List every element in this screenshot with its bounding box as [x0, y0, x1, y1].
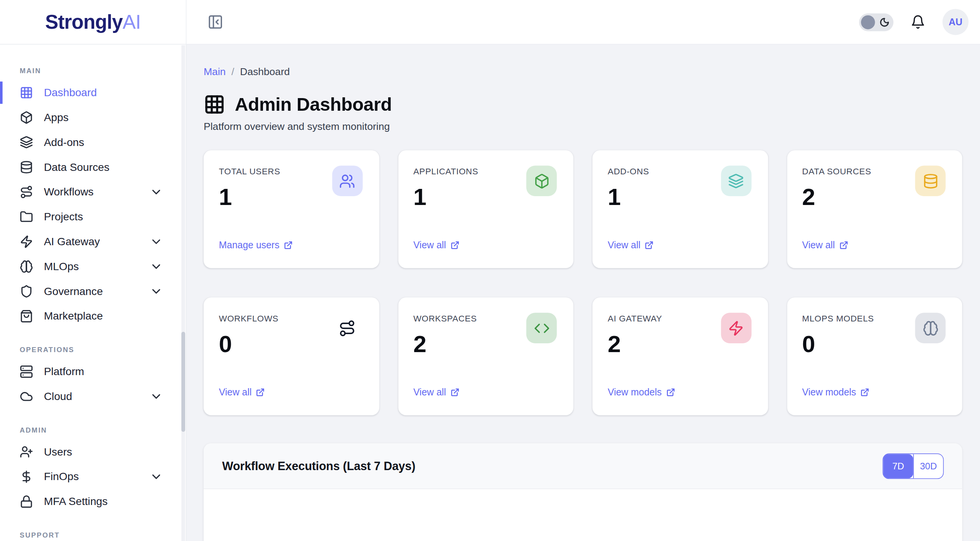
- section-label: ADMIN: [0, 425, 186, 434]
- stat-card-icon-chip: [721, 166, 751, 196]
- stat-card-icon-chip: [721, 313, 751, 343]
- user-plus-icon: [20, 445, 33, 459]
- sidebar-item-label: MFA Settings: [44, 495, 108, 508]
- sidebar-item-label: Projects: [44, 210, 83, 223]
- view-all-workflows-link[interactable]: View all: [219, 387, 265, 397]
- view-models-mlops-link[interactable]: View models: [802, 387, 869, 397]
- stat-card-link-label: View all: [413, 387, 446, 397]
- user-avatar[interactable]: AU: [942, 9, 969, 35]
- external-link-icon: [451, 241, 459, 249]
- chevron-down-icon: [150, 185, 163, 199]
- sidebar-item-label: Cloud: [44, 390, 72, 403]
- server-icon: [20, 365, 33, 379]
- view-all-data-sources-link[interactable]: View all: [802, 239, 848, 250]
- chart-title: Workflow Executions (Last 7 Days): [222, 459, 415, 473]
- sidebar-item-dashboard[interactable]: Dashboard: [0, 80, 186, 105]
- sidebar-scrollbar-thumb[interactable]: [181, 332, 185, 432]
- shield-icon: [20, 285, 33, 298]
- sidebar-item-mfa-settings[interactable]: MFA Settings: [0, 489, 186, 514]
- stat-card-link-label: View all: [219, 387, 252, 397]
- topbar: AU: [186, 0, 980, 44]
- sidebar-item-cloud[interactable]: Cloud: [0, 384, 186, 409]
- sidebar-item-label: Marketplace: [44, 310, 103, 323]
- notifications-button[interactable]: [911, 15, 925, 29]
- external-link-icon: [645, 241, 654, 249]
- manage-users-link[interactable]: Manage users: [219, 239, 293, 250]
- chevron-down-icon: [150, 235, 163, 248]
- folder-icon: [20, 210, 33, 224]
- external-link-icon: [284, 241, 293, 249]
- stat-card-link-label: View models: [608, 387, 662, 397]
- theme-toggle[interactable]: [859, 13, 893, 31]
- panel-left-close-icon: [207, 14, 224, 30]
- sidebar-item-finops[interactable]: FinOps: [0, 464, 186, 489]
- external-link-icon: [256, 388, 265, 397]
- stat-card-link-label: View all: [608, 239, 640, 250]
- sidebar-item-mlops[interactable]: MLOps: [0, 254, 186, 279]
- section-label: OPERATIONS: [0, 345, 186, 354]
- users-icon: [339, 173, 355, 189]
- sidebar-section-support: SUPPORT: [0, 531, 186, 539]
- sidebar-item-workflows[interactable]: Workflows: [0, 180, 186, 205]
- stat-card-workspaces: WORKSPACES 2 View all: [398, 297, 573, 415]
- chevron-down-icon: [150, 285, 163, 298]
- lock-icon: [20, 495, 33, 508]
- sidebar-item-label: Users: [44, 446, 72, 458]
- stat-card-icon-chip: [915, 166, 946, 196]
- brand-wordmark-light: AI: [122, 10, 140, 33]
- sidebar-item-projects[interactable]: Projects: [0, 205, 186, 230]
- workflow-executions-card: Workflow Executions (Last 7 Days) 7D 30D: [204, 443, 962, 541]
- stat-card-icon-chip: [332, 313, 363, 343]
- layers-icon: [728, 173, 744, 189]
- section-label: SUPPORT: [0, 531, 186, 539]
- sidebar-collapse-button[interactable]: [207, 14, 224, 30]
- view-all-workspaces-link[interactable]: View all: [413, 387, 459, 397]
- sidebar: StronglyAI MAIN Dashboard Apps Add-ons: [0, 0, 186, 541]
- breadcrumb: Main / Dashboard: [204, 66, 962, 78]
- layers-icon: [20, 136, 33, 149]
- sidebar-item-platform[interactable]: Platform: [0, 359, 186, 384]
- sidebar-item-label: Dashboard: [44, 86, 97, 99]
- section-label: MAIN: [0, 66, 186, 75]
- view-models-ai-gateway-link[interactable]: View models: [608, 387, 675, 397]
- sidebar-item-marketplace[interactable]: Marketplace: [0, 304, 186, 329]
- stat-card-link-label: View all: [802, 239, 835, 250]
- database-icon: [923, 173, 939, 189]
- view-all-add-ons-link[interactable]: View all: [608, 239, 654, 250]
- grid-icon: [204, 93, 225, 115]
- stat-card-icon-chip: [526, 166, 557, 196]
- view-all-applications-link[interactable]: View all: [413, 239, 459, 250]
- breadcrumb-current: Dashboard: [240, 66, 290, 78]
- brain-icon: [923, 320, 939, 336]
- range-button-7d[interactable]: 7D: [883, 454, 913, 478]
- range-button-30d[interactable]: 30D: [913, 454, 943, 478]
- chart-header: Workflow Executions (Last 7 Days) 7D 30D: [204, 443, 962, 489]
- code-icon: [534, 320, 550, 336]
- sidebar-scrollbar-track: [181, 45, 185, 541]
- sidebar-item-apps[interactable]: Apps: [0, 105, 186, 130]
- sidebar-item-label: Governance: [44, 285, 103, 298]
- page-header: Admin Dashboard: [204, 93, 962, 115]
- brain-icon: [20, 260, 33, 273]
- sidebar-item-label: MLOps: [44, 260, 79, 273]
- stat-card-add-ons: ADD-ONS 1 View all: [593, 150, 768, 268]
- chevron-down-icon: [150, 260, 163, 273]
- moon-icon: [879, 17, 890, 27]
- sidebar-item-ai-gateway[interactable]: AI Gateway: [0, 229, 186, 254]
- stat-card-data-sources: DATA SOURCES 2 View all: [787, 150, 962, 268]
- chevron-down-icon: [150, 470, 163, 484]
- stat-card-icon-chip: [332, 166, 363, 196]
- sidebar-item-label: Apps: [44, 111, 69, 124]
- brand-wordmark-bold: Strongly: [45, 10, 122, 33]
- stat-card-link-label: View models: [802, 387, 856, 397]
- box-icon: [534, 173, 550, 189]
- sidebar-item-add-ons[interactable]: Add-ons: [0, 130, 186, 155]
- brand-logo: StronglyAI: [0, 0, 186, 44]
- stat-card-ai-gateway: AI GATEWAY 2 View models: [593, 297, 768, 415]
- sidebar-item-data-sources[interactable]: Data Sources: [0, 155, 186, 180]
- sidebar-item-governance[interactable]: Governance: [0, 279, 186, 304]
- breadcrumb-link-main[interactable]: Main: [204, 66, 226, 78]
- sidebar-section-admin: ADMIN Users FinOps MFA Settings: [0, 425, 186, 514]
- sidebar-item-users[interactable]: Users: [0, 439, 186, 464]
- stat-card-link-label: Manage users: [219, 239, 279, 250]
